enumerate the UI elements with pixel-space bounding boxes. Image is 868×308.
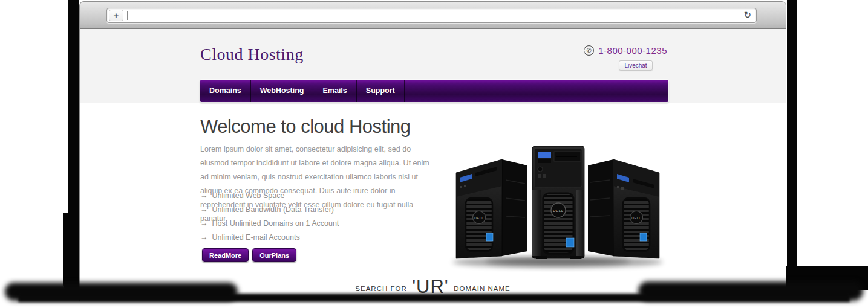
arrow-icon: → <box>200 219 208 228</box>
webpage: Cloud Hosting ✆ 1-800-000-1235 Livechat … <box>80 29 786 301</box>
list-item: →Host Unlimited Domains on 1 Account <box>200 219 339 233</box>
page-title: Welcome to cloud Hosting <box>200 116 411 138</box>
browser-toolbar: + ↻ <box>80 2 786 29</box>
device-shadow <box>18 294 850 302</box>
ourplans-button[interactable]: OurPlans <box>252 248 296 262</box>
plus-icon: + <box>114 11 119 20</box>
list-item: →Unlimited Web Space <box>200 191 339 205</box>
refresh-icon[interactable]: ↻ <box>743 11 751 20</box>
svg-text:DELL: DELL <box>474 216 484 220</box>
arrow-icon: → <box>200 233 208 242</box>
main-nav: Domains WebHosting Emails Support <box>200 80 668 102</box>
phone-icon: ✆ <box>584 45 594 56</box>
browser-window: + ↻ Cloud Hosting ✆ 1-800-000-1235 Livec… <box>79 1 786 301</box>
cta-row: ReadMore OurPlans <box>202 248 296 262</box>
phone-number: 1-800-000-1235 <box>598 45 667 56</box>
contact-block: ✆ 1-800-000-1235 <box>584 45 667 56</box>
text-caret <box>127 11 128 20</box>
list-item: →Unlimited Bandwidth (Data Transfer) <box>200 205 339 219</box>
arrow-icon: → <box>200 191 208 200</box>
url-bar[interactable]: + ↻ <box>106 8 757 23</box>
device-bezel-left-base <box>63 213 79 289</box>
feature-list: →Unlimited Web Space →Unlimited Bandwidt… <box>200 191 339 247</box>
svg-text:DELL: DELL <box>553 209 563 213</box>
search-prefix: SEARCH FOR <box>355 285 406 292</box>
readmore-button[interactable]: ReadMore <box>202 248 249 262</box>
device-bezel-right <box>787 0 797 285</box>
livechat-button[interactable]: Livechat <box>619 60 653 71</box>
list-item: →Unlimited E-mail Accounts <box>200 233 339 247</box>
search-suffix: DOMAIN NAME <box>454 285 510 292</box>
nav-item-webhosting[interactable]: WebHosting <box>251 80 314 102</box>
nav-item-emails[interactable]: Emails <box>313 80 356 102</box>
nav-item-support[interactable]: Support <box>357 80 405 102</box>
site-logo[interactable]: Cloud Hosting <box>200 45 304 64</box>
servers-image: DELL DELL <box>448 138 668 272</box>
svg-text:DELL: DELL <box>631 216 641 220</box>
arrow-icon: → <box>200 205 208 214</box>
livechat-label: Livechat <box>624 62 647 69</box>
device-mockup: + ↻ Cloud Hosting ✆ 1-800-000-1235 Livec… <box>0 0 868 308</box>
new-tab-button[interactable]: + <box>109 10 123 21</box>
nav-item-domains[interactable]: Domains <box>200 80 251 102</box>
